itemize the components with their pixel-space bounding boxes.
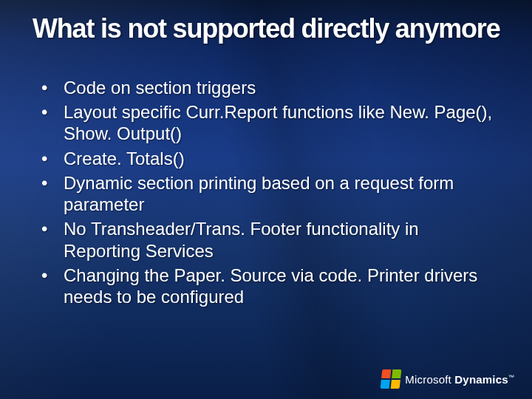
bullet-item: Layout specific Curr.Report functions li… (35, 101, 499, 145)
slide-title: What is not supported directly anymore (33, 15, 499, 43)
bullet-item: Create. Totals() (35, 148, 499, 169)
slide: What is not supported directly anymore C… (0, 0, 532, 399)
microsoft-flag-icon (381, 369, 402, 389)
bullet-item: Code on section triggers (35, 77, 499, 98)
brand-dynamics: Dynamics (454, 373, 508, 386)
footer-brand-text: Microsoft Dynamics™ (405, 373, 514, 386)
trademark-symbol: ™ (508, 374, 514, 381)
brand-microsoft: Microsoft (405, 373, 451, 386)
bullet-list: Code on section triggers Layout specific… (33, 77, 499, 308)
bullet-item: Changing the Paper. Source via code. Pri… (35, 265, 499, 308)
bullet-item: No Transheader/Trans. Footer functionali… (35, 218, 499, 262)
footer-logo: Microsoft Dynamics™ (381, 369, 514, 389)
bullet-item: Dynamic section printing based on a requ… (35, 172, 499, 216)
